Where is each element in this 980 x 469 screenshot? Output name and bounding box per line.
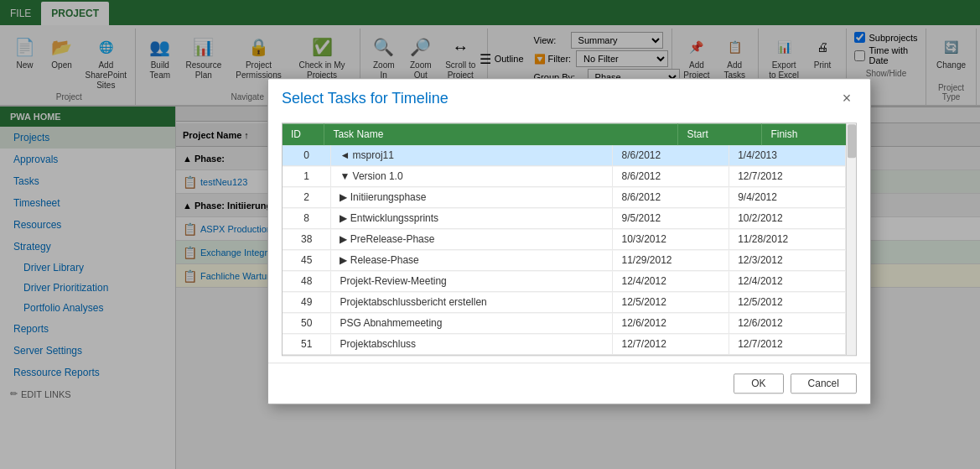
task-finish-cell: 9/4/2012 bbox=[729, 186, 846, 207]
scroll-thumb[interactable] bbox=[848, 124, 856, 158]
task-finish-cell: 11/28/2012 bbox=[729, 228, 846, 249]
task-id-cell: 50 bbox=[283, 312, 331, 333]
task-name-cell: ▶ Release-Phase bbox=[331, 249, 613, 270]
table-row[interactable]: 38 ▶ PreRelease-Phase 10/3/2012 11/28/20… bbox=[283, 228, 846, 249]
cancel-button[interactable]: Cancel bbox=[791, 373, 857, 393]
tasks-table-body: 0 ◄ msproj11 8/6/2012 1/4/2013 1 ▼ Versi… bbox=[283, 145, 846, 355]
dialog-title: Select Tasks for Timeline bbox=[282, 90, 449, 107]
col-header-start: Start bbox=[678, 123, 762, 145]
ok-button[interactable]: OK bbox=[734, 373, 783, 393]
task-start-cell: 8/6/2012 bbox=[613, 165, 729, 186]
task-id-cell: 45 bbox=[283, 249, 331, 270]
dialog-table-scroll[interactable]: 0 ◄ msproj11 8/6/2012 1/4/2013 1 ▼ Versi… bbox=[283, 145, 846, 355]
task-finish-cell: 10/2/2012 bbox=[729, 207, 846, 228]
task-finish-cell: 12/7/2012 bbox=[729, 333, 846, 354]
table-row[interactable]: 50 PSG Abnahmemeeting 12/6/2012 12/6/201… bbox=[283, 312, 846, 333]
table-row[interactable]: 45 ▶ Release-Phase 11/29/2012 12/3/2012 bbox=[283, 249, 846, 270]
task-name-cell: Projektabschlussbericht erstellen bbox=[331, 291, 613, 312]
task-id-cell: 51 bbox=[283, 333, 331, 354]
task-name-cell: Projekt-Review-Meeting bbox=[331, 270, 613, 291]
select-tasks-dialog: Select Tasks for Timeline × ID Task Name… bbox=[267, 78, 871, 404]
col-header-finish: Finish bbox=[762, 123, 846, 145]
task-start-cell: 8/6/2012 bbox=[613, 186, 729, 207]
task-start-cell: 12/5/2012 bbox=[613, 291, 729, 312]
table-row[interactable]: 2 ▶ Initiierungsphase 8/6/2012 9/4/2012 bbox=[283, 186, 846, 207]
task-id-cell: 49 bbox=[283, 291, 331, 312]
task-start-cell: 12/4/2012 bbox=[613, 270, 729, 291]
task-start-cell: 12/6/2012 bbox=[613, 312, 729, 333]
task-start-cell: 12/7/2012 bbox=[613, 333, 729, 354]
task-name-cell: Projektabschluss bbox=[331, 333, 613, 354]
task-name-cell: PSG Abnahmemeeting bbox=[331, 312, 613, 333]
task-id-cell: 8 bbox=[283, 207, 331, 228]
table-row[interactable]: 0 ◄ msproj11 8/6/2012 1/4/2013 bbox=[283, 145, 846, 166]
task-finish-cell: 1/4/2013 bbox=[729, 145, 846, 166]
task-finish-cell: 12/7/2012 bbox=[729, 165, 846, 186]
table-header-row: ID Task Name Start Finish bbox=[283, 123, 846, 145]
table-row[interactable]: 49 Projektabschlussbericht erstellen 12/… bbox=[283, 291, 846, 312]
tasks-table: ID Task Name Start Finish bbox=[283, 123, 846, 145]
task-id-cell: 2 bbox=[283, 186, 331, 207]
col-header-id: ID bbox=[283, 123, 324, 145]
task-start-cell: 11/29/2012 bbox=[613, 249, 729, 270]
task-id-cell: 1 bbox=[283, 165, 331, 186]
dialog-scrollbar[interactable] bbox=[846, 123, 856, 355]
task-finish-cell: 12/3/2012 bbox=[729, 249, 846, 270]
task-start-cell: 8/6/2012 bbox=[613, 145, 729, 166]
dialog-title-bar: Select Tasks for Timeline × bbox=[268, 79, 870, 116]
table-row[interactable]: 51 Projektabschluss 12/7/2012 12/7/2012 bbox=[283, 333, 846, 354]
task-id-cell: 38 bbox=[283, 228, 331, 249]
task-finish-cell: 12/5/2012 bbox=[729, 291, 846, 312]
table-row[interactable]: 8 ▶ Entwicklungssprints 9/5/2012 10/2/20… bbox=[283, 207, 846, 228]
task-finish-cell: 12/4/2012 bbox=[729, 270, 846, 291]
task-id-cell: 48 bbox=[283, 270, 331, 291]
task-id-cell: 0 bbox=[283, 145, 331, 166]
table-row[interactable]: 1 ▼ Version 1.0 8/6/2012 12/7/2012 bbox=[283, 165, 846, 186]
task-start-cell: 10/3/2012 bbox=[613, 228, 729, 249]
task-name-cell: ▼ Version 1.0 bbox=[331, 165, 613, 186]
task-name-cell: ▶ Entwicklungssprints bbox=[331, 207, 613, 228]
task-name-cell: ◄ msproj11 bbox=[331, 145, 613, 166]
dialog-close-button[interactable]: × bbox=[837, 89, 857, 109]
task-start-cell: 9/5/2012 bbox=[613, 207, 729, 228]
task-name-cell: ▶ PreRelease-Phase bbox=[331, 228, 613, 249]
dialog-table-container: ID Task Name Start Finish 0 ◄ msproj11 8… bbox=[282, 122, 857, 356]
table-row[interactable]: 48 Projekt-Review-Meeting 12/4/2012 12/4… bbox=[283, 270, 846, 291]
task-finish-cell: 12/6/2012 bbox=[729, 312, 846, 333]
col-header-task-name: Task Name bbox=[324, 123, 678, 145]
dialog-footer: OK Cancel bbox=[268, 362, 870, 404]
task-name-cell: ▶ Initiierungsphase bbox=[331, 186, 613, 207]
